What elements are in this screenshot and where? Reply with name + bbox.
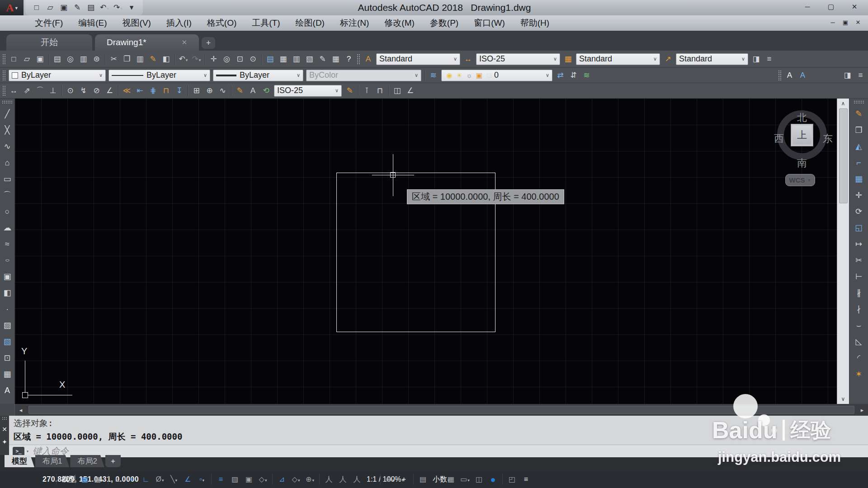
doc-minimize-button-icon[interactable]: ─ [826, 17, 839, 28]
new-layout-button[interactable]: + [105, 455, 121, 467]
plot-icon[interactable]: ▤ [51, 53, 64, 65]
dim-linear-icon[interactable]: ↔ [7, 85, 20, 97]
grip-handle[interactable] [2, 70, 6, 81]
customize-icon[interactable]: + [397, 473, 411, 486]
mirror-icon[interactable]: ◭ [853, 138, 865, 155]
transparency-toggle-icon[interactable]: ▨ [228, 473, 242, 486]
workspace-button-icon[interactable]: ◨ [750, 53, 763, 65]
dynamic-ucs-icon[interactable]: ⊿ [275, 473, 289, 486]
isometric-drafting-icon[interactable]: ╲▾ [167, 473, 181, 486]
dim-ordinate-icon[interactable]: ⊥ [47, 85, 60, 97]
dim-continue-icon[interactable]: ⋕ [146, 85, 160, 97]
save-as-icon[interactable]: ✎ [71, 2, 84, 14]
move-icon[interactable]: ✛ [853, 187, 865, 203]
dim-style-brush-icon[interactable]: ✎ [343, 85, 356, 97]
cut-icon[interactable]: ✂ [107, 53, 120, 65]
viewcube-west[interactable]: 西 [774, 132, 784, 145]
tab-close-icon[interactable]: ✕ [181, 38, 187, 47]
selection-cycling-icon[interactable]: ▣ [242, 473, 256, 486]
grip-handle[interactable] [778, 70, 782, 81]
dim-update-icon[interactable]: ⟲ [259, 85, 273, 97]
design-center-icon[interactable]: ▦ [277, 53, 290, 65]
quick-dimension-icon[interactable]: ≪ [120, 85, 133, 97]
dim-jogged-icon[interactable]: ↯ [77, 85, 90, 97]
plot-preview-icon[interactable]: ◎ [64, 53, 77, 65]
layer-thaw-sun-icon[interactable]: ☀ [454, 70, 464, 81]
3d-dwf-icon[interactable]: ⊛ [90, 53, 103, 65]
ortho-mode-icon[interactable]: ∟ [139, 473, 153, 486]
toolbar2-overflow-icon[interactable]: ≡ [854, 70, 867, 81]
3d-object-snap-icon[interactable]: ◇▾ [256, 473, 270, 486]
menu-item-1[interactable]: 编辑(E) [78, 17, 107, 29]
grip-handle[interactable] [2, 54, 6, 65]
drawing-canvas[interactable]: 区域 = 10000.0000, 周长 = 400.0000 上 北 南 西 东… [15, 99, 837, 404]
menu-item-7[interactable]: 标注(N) [340, 17, 369, 29]
selection-filter-icon[interactable]: ◇▾ [289, 473, 303, 486]
graphics-performance-icon[interactable]: ▭▾ [458, 473, 472, 486]
menu-item-11[interactable]: 帮助(H) [520, 17, 549, 29]
vertical-scroll-thumb[interactable] [839, 108, 848, 203]
dim-style-icon[interactable]: ↔ [462, 53, 475, 65]
dropdown-caret-icon[interactable]: ▾ [186, 58, 188, 62]
clean-screen-icon[interactable]: ◰ [505, 473, 519, 486]
text-style-icon[interactable]: A [362, 53, 375, 65]
redo-icon[interactable]: ↷▾ [111, 2, 125, 14]
scroll-left-icon[interactable]: ◂ [15, 407, 27, 413]
insert-block-icon[interactable]: ▣ [1, 268, 14, 285]
tab-model[interactable]: 模型 [5, 455, 34, 467]
tab-layout1[interactable]: 布局1 [35, 455, 69, 467]
dynamic-input-icon[interactable]: ⌖ [125, 473, 139, 486]
gizmo-icon[interactable]: ⊕▾ [303, 473, 317, 486]
mleader-style-combo[interactable]: Standard∨ [676, 53, 748, 65]
mleader-align-icon[interactable]: ⊓ [373, 85, 387, 97]
menu-item-6[interactable]: 绘图(D) [296, 17, 325, 29]
dim-space-icon[interactable]: ⊓ [160, 85, 173, 97]
horizontal-scroll-thumb[interactable] [28, 406, 854, 414]
annotation-visibility-icon[interactable]: 人 [322, 473, 336, 486]
arc-icon[interactable]: ⌒ [1, 187, 14, 203]
layer-states-icon[interactable]: ≋ [580, 70, 593, 81]
linetype-combo[interactable]: ByLayer∨ [108, 70, 210, 81]
trim-icon[interactable]: ✂ [853, 252, 865, 268]
break-at-point-icon[interactable]: ∦ [853, 285, 865, 301]
viewcube-south[interactable]: 南 [797, 156, 807, 170]
tool-palettes-icon[interactable]: ▥ [290, 53, 303, 65]
copy-clip-icon[interactable]: ❐ [120, 53, 133, 65]
dim-edit-icon[interactable]: ✎ [233, 85, 246, 97]
command-wrench-icon[interactable]: ✦ [2, 438, 7, 446]
pan-icon[interactable]: ✛ [207, 53, 220, 65]
menu-item-4[interactable]: 格式(O) [207, 17, 236, 29]
menu-item-10[interactable]: 窗口(W) [474, 17, 505, 29]
table-icon[interactable]: ▦ [1, 366, 14, 382]
viewcube-north[interactable]: 北 [797, 111, 807, 125]
annotation-autoscale-icon[interactable]: 人 [336, 473, 350, 486]
dim-arc-length-icon[interactable]: ⌒ [33, 85, 47, 97]
new-file-icon[interactable]: □ [7, 53, 20, 65]
paste-icon[interactable]: ▥ [133, 53, 146, 65]
new-file-icon[interactable]: □ [30, 2, 43, 14]
viewcube-top-face[interactable]: 上 [791, 124, 813, 146]
workspace-switching-icon[interactable]: ⊛▾ [383, 473, 397, 486]
text-style-combo[interactable]: Standard∨ [376, 53, 460, 65]
layer-combo[interactable]: ◉☀☼▣□ 0 ∨ [441, 70, 552, 81]
units[interactable]: 小数▾ [430, 473, 444, 486]
grip-handle[interactable] [357, 54, 360, 65]
polyline-icon[interactable]: ∿ [1, 138, 14, 155]
zoom-previous-icon[interactable]: ⊙ [246, 53, 259, 65]
viewcube-east[interactable]: 东 [823, 132, 833, 145]
open-file-icon[interactable]: ▱ [20, 53, 33, 65]
dropdown-caret-icon[interactable]: ▾ [175, 478, 178, 483]
annotation-scale[interactable]: 1:1 / 100%▾ [364, 473, 378, 486]
layer-properties-manager[interactable]: ≋ [427, 70, 440, 81]
redo-icon[interactable]: ↷▾ [190, 53, 203, 65]
zoom-window-icon[interactable]: ⊡ [233, 53, 246, 65]
annotation-scale-icon-icon[interactable]: 人 [350, 473, 364, 486]
wcs-button[interactable]: WCS▼ [785, 174, 815, 186]
properties-palette-icon[interactable]: ▤ [264, 53, 277, 65]
break-icon[interactable]: ∤ [853, 301, 865, 317]
dim-style-combo[interactable]: ISO-25∨ [476, 53, 560, 65]
explode-icon[interactable]: ✶ [853, 366, 865, 382]
text-edit-cursor-icon[interactable]: A [796, 70, 809, 81]
gradient-icon[interactable]: ▧ [1, 333, 14, 350]
grip-handle[interactable] [854, 100, 864, 104]
